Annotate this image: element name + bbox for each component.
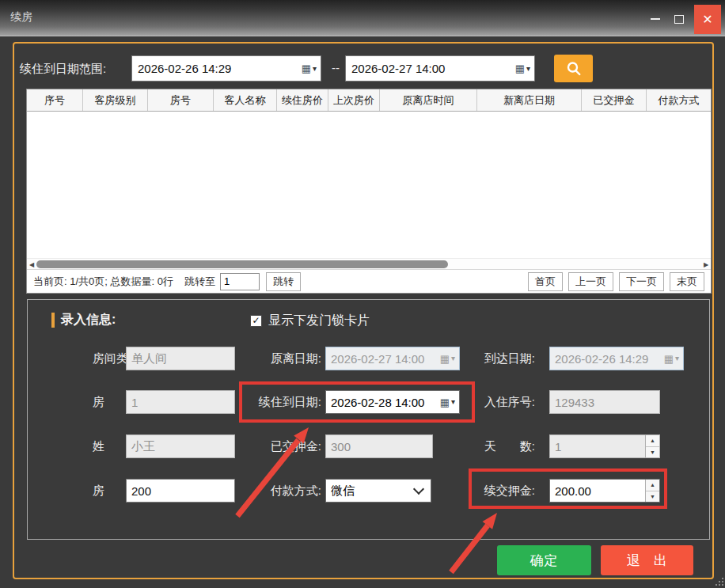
arrival-date-label: 到达日期: [460, 347, 535, 370]
table-body-empty [27, 112, 711, 258]
renew-deposit-spinner-buttons[interactable]: ▲ ▼ [645, 480, 659, 502]
paid-deposit-label: 已交押金: [222, 434, 321, 458]
column-header-renew-price[interactable]: 续住房价 [277, 89, 328, 111]
window-title: 续房 [10, 10, 32, 25]
calendar-icon: ▦ [440, 354, 450, 364]
pager-buttons: 首页 上一页 下一页 末页 [522, 272, 704, 291]
section-title: 录入信息: [61, 312, 116, 328]
jump-page-input[interactable] [220, 273, 260, 290]
arrival-date-picker: 2026-02-26 14:29 ▦ ▾ [549, 347, 684, 370]
extend-date-value: 2026-02-28 14:00 [326, 396, 440, 409]
chevron-down-icon[interactable]: ▾ [313, 65, 317, 73]
room-type-field [126, 347, 235, 370]
calendar-icon: ▦ [440, 397, 450, 408]
chevron-down-icon [413, 484, 424, 495]
days-value [550, 435, 645, 457]
days-spinner-buttons: ▲ ▼ [645, 435, 659, 457]
payment-method-value: 微信 [326, 484, 415, 499]
lock-card-checkbox[interactable]: ✓ [250, 315, 262, 327]
chevron-down-icon: ▾ [451, 355, 455, 362]
renew-deposit-value[interactable] [550, 480, 645, 502]
date-range-separator: -- [327, 57, 344, 81]
extend-date-label: 续住到日期: [222, 390, 321, 414]
date-from-picker[interactable]: 2026-02-26 14:29 ▦ ▾ [131, 55, 321, 82]
entry-info-panel: 录入信息: ✓ 显示下发门锁卡片 房间类型: 原离日期: 2026-02-27 … [27, 299, 710, 540]
column-header-serial[interactable]: 序号 [27, 89, 83, 111]
room-price-field[interactable] [126, 479, 235, 503]
date-to-value: 2026-02-27 14:00 [346, 62, 515, 75]
checkmark-icon: ✓ [252, 316, 260, 325]
pagination-status: 当前页: 1/共0页; 总数据量: 0行 [33, 275, 173, 289]
lock-card-checkbox-label: 显示下发门锁卡片 [268, 313, 370, 329]
column-header-orig-checkout-time[interactable]: 原离店时间 [380, 89, 477, 111]
guest-name-field [126, 434, 235, 458]
renew-deposit-label: 续交押金: [460, 479, 535, 503]
scrollbar-thumb[interactable] [36, 260, 448, 268]
column-header-new-checkout-date[interactable]: 新离店日期 [477, 89, 582, 111]
spin-up-icon[interactable]: ▲ [646, 480, 659, 491]
date-range-label: 续住到日期范围: [20, 57, 106, 81]
renew-deposit-stepper[interactable]: ▲ ▼ [549, 479, 660, 503]
spin-down-icon: ▼ [646, 447, 659, 458]
next-page-button[interactable]: 下一页 [619, 272, 664, 291]
arrival-date-value: 2026-02-26 14:29 [550, 352, 664, 366]
chevron-down-icon[interactable]: ▾ [451, 398, 455, 406]
search-icon [565, 60, 583, 78]
column-header-room-no[interactable]: 房号 [148, 89, 214, 111]
exit-button[interactable]: 退 出 [601, 545, 693, 575]
last-page-button[interactable]: 末页 [670, 272, 704, 291]
days-label: 天 数: [460, 434, 535, 458]
checkin-serial-field [549, 390, 660, 414]
column-header-payment-method[interactable]: 付款方式 [647, 89, 711, 111]
maximize-button[interactable] [667, 7, 691, 31]
resize-grip-icon[interactable] [714, 576, 724, 586]
spin-down-icon[interactable]: ▼ [646, 491, 659, 503]
column-header-paid-deposit[interactable]: 已交押金 [582, 89, 647, 111]
close-icon: ✕ [702, 12, 712, 27]
close-button[interactable]: ✕ [694, 5, 721, 34]
jump-to-label: 跳转至 [184, 275, 215, 289]
calendar-icon: ▦ [664, 354, 674, 364]
date-from-value: 2026-02-26 14:29 [132, 62, 302, 75]
window-controls: ✕ [643, 4, 721, 34]
extend-date-picker[interactable]: 2026-02-28 14:00 ▦ ▾ [325, 390, 460, 414]
minimize-icon [651, 18, 660, 20]
days-stepper: ▲ ▼ [549, 434, 660, 458]
column-header-room-class[interactable]: 客房级别 [83, 89, 148, 111]
room-number-field [126, 390, 235, 414]
checkin-serial-label: 入住序号: [460, 390, 535, 414]
pagination-bar: 当前页: 1/共0页; 总数据量: 0行 跳转至 跳转 首页 上一页 下一页 末… [27, 269, 711, 293]
search-button[interactable] [554, 55, 593, 82]
orig-depart-date-picker: 2026-02-27 14:00 ▦ ▾ [325, 347, 460, 370]
calendar-icon: ▦ [302, 63, 311, 74]
section-accent-bar [51, 313, 55, 328]
paid-deposit-field [325, 434, 433, 458]
chevron-down-icon[interactable]: ▾ [526, 65, 530, 73]
table-header-row: 序号 客房级别 房号 客人名称 续住房价 上次房价 原离店时间 新离店日期 已交… [27, 89, 711, 112]
jump-button[interactable]: 跳转 [266, 272, 301, 291]
chevron-down-icon: ▾ [675, 355, 679, 362]
renew-room-table: 序号 客房级别 房号 客人名称 续住房价 上次房价 原离店时间 新离店日期 已交… [26, 89, 712, 294]
minimize-button[interactable] [643, 7, 667, 31]
orig-depart-date-value: 2026-02-27 14:00 [326, 352, 440, 366]
payment-method-select[interactable]: 微信 [325, 479, 431, 503]
title-bar: 续房 ✕ [0, 0, 725, 36]
date-to-picker[interactable]: 2026-02-27 14:00 ▦ ▾ [345, 55, 535, 82]
maximize-icon [674, 15, 684, 24]
confirm-button[interactable]: 确定 [497, 545, 591, 575]
spin-up-icon: ▲ [646, 435, 659, 447]
first-page-button[interactable]: 首页 [528, 272, 563, 291]
payment-method-label: 付款方式: [222, 479, 321, 503]
column-header-guest-name[interactable]: 客人名称 [214, 89, 277, 111]
renew-room-dialog: 续房 ✕ 续住到日期范围: 2026-02-26 14:29 ▦ ▾ -- 20… [0, 0, 725, 588]
calendar-icon: ▦ [515, 63, 525, 74]
prev-page-button[interactable]: 上一页 [568, 272, 613, 291]
orig-depart-date-label: 原离日期: [222, 347, 321, 370]
column-header-last-price[interactable]: 上次房价 [328, 89, 380, 111]
